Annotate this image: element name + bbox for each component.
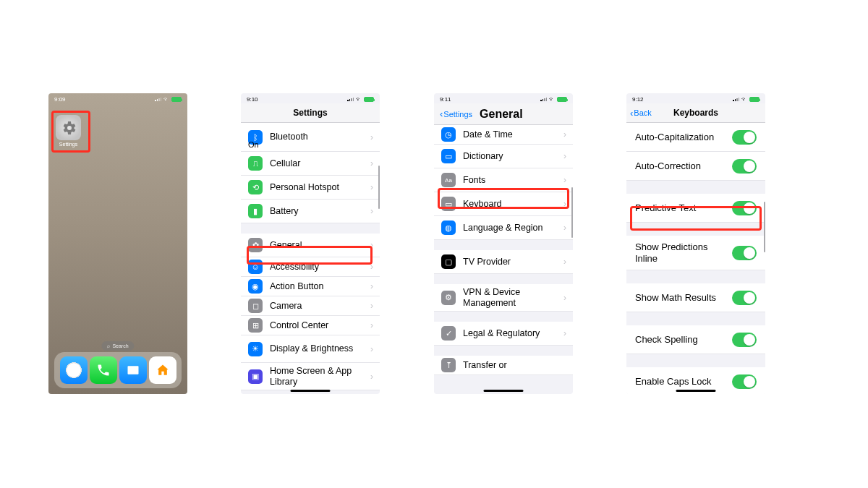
clock-icon: ◷	[441, 127, 456, 142]
row-label: Auto-Correction	[635, 160, 701, 172]
row-general[interactable]: ✿ General ›	[241, 234, 380, 257]
battery-setting-icon: ▮	[248, 204, 263, 218]
general-rows: ◷ Date & Time › ▭ Dictionary › Aa Fonts …	[434, 125, 573, 375]
row-label: Language & Region	[463, 223, 543, 234]
row-accessibility[interactable]: ☺ Accessibility ›	[241, 257, 380, 277]
row-label: Enable Caps Lock	[635, 376, 712, 388]
row-label: Date & Time	[463, 129, 513, 140]
row-vpn[interactable]: ⚙ VPN & Device Management ›	[434, 284, 573, 312]
row-action-button[interactable]: ◉ Action Button ›	[241, 277, 380, 296]
row-label: Predictive Text	[635, 202, 696, 214]
chevron-right-icon: ›	[370, 240, 373, 250]
row-label: Keyboard	[463, 199, 502, 210]
dock	[54, 352, 182, 388]
chevron-right-icon: ›	[563, 328, 566, 338]
row-label: Show Math Results	[635, 292, 716, 304]
scrollbar[interactable]	[571, 187, 573, 238]
action-button-icon: ◉	[248, 279, 263, 294]
row-hotspot[interactable]: ⟲ Personal Hotspot ›	[241, 176, 380, 200]
row-tv[interactable]: ▢ TV Provider ›	[434, 250, 573, 274]
toggle-switch[interactable]	[732, 291, 757, 305]
nav-title: General	[480, 108, 523, 121]
home-search-pill[interactable]: ⌕ Search	[101, 341, 134, 351]
mail-icon[interactable]	[119, 356, 147, 384]
chevron-left-icon: ‹	[440, 108, 443, 119]
chevron-right-icon: ›	[370, 281, 373, 291]
settings-app[interactable]: Settings	[56, 115, 81, 147]
toggle-switch[interactable]	[732, 374, 757, 389]
phone-settings-list: 9:10 ᯤ Settings ᛒ Bluetooth On › ⎍ Cellu…	[241, 93, 380, 394]
search-label: Search	[112, 343, 128, 348]
row-cellular[interactable]: ⎍ Cellular ›	[241, 152, 380, 176]
row-label: Action Button	[270, 281, 323, 292]
transfer-icon: ⤒	[441, 358, 456, 372]
row-label: Check Spelling	[635, 334, 698, 346]
row-bluetooth[interactable]: ᛒ Bluetooth On ›	[241, 123, 380, 152]
settings-app-icon	[56, 115, 81, 140]
toggle-switch[interactable]	[732, 159, 757, 174]
chevron-right-icon: ›	[370, 158, 373, 168]
row-label: VPN & Device Management	[463, 287, 566, 309]
globe-icon: ◍	[441, 221, 456, 235]
row-auto-correction: Auto-Correction	[626, 152, 765, 181]
battery-icon	[557, 97, 567, 102]
tv-icon: ▢	[441, 254, 456, 269]
toggle-switch[interactable]	[732, 201, 757, 215]
cellular-icon: ⎍	[248, 156, 263, 171]
row-control-center[interactable]: ⊞ Control Center ›	[241, 316, 380, 335]
scrollbar[interactable]	[378, 166, 380, 209]
dictionary-icon: ▭	[441, 149, 456, 163]
home-screen-icon: ▣	[248, 369, 263, 384]
wifi-icon: ᯤ	[741, 96, 747, 103]
battery-icon	[171, 97, 182, 102]
row-state: On	[248, 140, 259, 149]
chevron-right-icon: ›	[370, 301, 373, 311]
row-label: Show Predictions Inline	[635, 241, 729, 264]
section-divider	[626, 312, 765, 325]
cellular-signal-icon	[540, 98, 547, 101]
toggle-switch[interactable]	[732, 130, 757, 145]
row-transfer[interactable]: ⤒ Transfer or	[434, 356, 573, 375]
toggle-switch[interactable]	[732, 246, 757, 260]
display-icon: ☀	[248, 342, 263, 356]
gear-icon: ✿	[248, 238, 263, 252]
phone-icon[interactable]	[90, 356, 117, 384]
section-divider	[434, 240, 573, 250]
row-home-screen[interactable]: ▣ Home Screen & App Library ›	[241, 363, 380, 390]
row-show-predictions-inline: Show Predictions Inline	[626, 236, 765, 270]
chevron-right-icon: ›	[563, 223, 566, 233]
battery-icon	[364, 97, 374, 102]
row-language[interactable]: ◍ Language & Region ›	[434, 216, 573, 240]
row-camera[interactable]: ◻ Camera ›	[241, 296, 380, 316]
section-divider	[434, 274, 573, 284]
hotspot-icon: ⟲	[248, 180, 263, 194]
row-label: Fonts	[463, 175, 485, 186]
row-battery[interactable]: ▮ Battery ›	[241, 200, 380, 223]
status-indicators: ᯤ	[155, 96, 182, 103]
status-time: 9:12	[632, 96, 644, 103]
wifi-icon: ᯤ	[356, 96, 362, 103]
toggle-switch[interactable]	[732, 333, 757, 347]
status-bar: 9:12 ᯤ	[626, 93, 765, 103]
row-label: Legal & Regulatory	[463, 328, 540, 339]
row-keyboard[interactable]: ▭ Keyboard ›	[434, 192, 573, 216]
scrollbar[interactable]	[764, 202, 765, 252]
row-date-time[interactable]: ◷ Date & Time ›	[434, 125, 573, 145]
back-button[interactable]: ‹ Settings	[440, 108, 472, 119]
row-label: TV Provider	[463, 257, 511, 267]
row-display[interactable]: ☀ Display & Brightness ›	[241, 335, 380, 363]
row-legal[interactable]: ✓ Legal & Regulatory ›	[434, 322, 573, 346]
section-divider	[626, 354, 765, 367]
row-dictionary[interactable]: ▭ Dictionary ›	[434, 145, 573, 168]
home-indicator	[676, 390, 716, 392]
home-app-icon[interactable]	[149, 356, 176, 384]
safari-icon[interactable]	[60, 356, 88, 384]
row-label: Control Center	[270, 320, 328, 331]
cellular-signal-icon	[733, 98, 739, 101]
row-fonts[interactable]: Aa Fonts ›	[434, 168, 573, 192]
search-icon: ⌕	[107, 343, 110, 348]
chevron-right-icon: ›	[370, 344, 373, 354]
nav-title: Settings	[241, 108, 380, 118]
home-indicator	[291, 390, 331, 392]
settings-rows: ᛒ Bluetooth On › ⎍ Cellular › ⟲ Personal…	[241, 123, 380, 390]
